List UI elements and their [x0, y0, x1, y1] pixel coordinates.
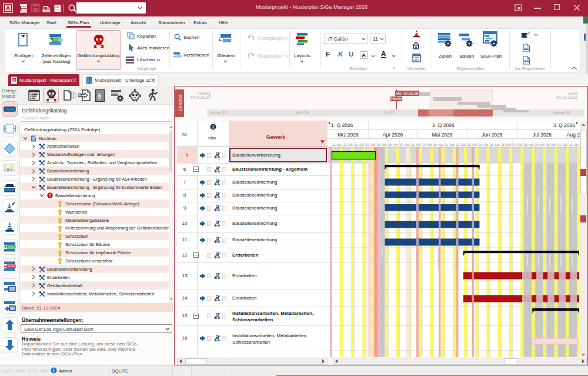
- svg-text:Apr 2026: Apr 2026: [383, 132, 403, 138]
- svg-text:2. Q 2026: 2. Q 2026: [432, 122, 455, 128]
- svg-text:3. Q 2026: 3. Q 2026: [553, 122, 576, 128]
- svg-text:19. KW: 19. KW: [422, 143, 432, 147]
- svg-text:26. KW: 26. KW: [501, 143, 511, 147]
- svg-text:23. KW: 23. KW: [467, 143, 477, 147]
- svg-text:28. KW: 28. KW: [524, 143, 534, 147]
- svg-text:PDF: PDF: [524, 60, 529, 62]
- svg-text:25. KW: 25. KW: [490, 143, 500, 147]
- svg-text:27. KW: 27. KW: [513, 143, 523, 147]
- svg-text:Aug 2026: Aug 2026: [567, 132, 580, 138]
- svg-text:32. KW: 32. KW: [569, 143, 579, 147]
- svg-text:Sommerferien: Sommerferien: [526, 196, 529, 212]
- svg-text:Sommerferien: Sommerferien: [559, 196, 562, 212]
- svg-text:15. KW: 15. KW: [377, 143, 387, 147]
- svg-text:14. KW: 14. KW: [366, 143, 376, 147]
- svg-text:Sommerferien: Sommerferien: [537, 196, 540, 212]
- svg-text:21. KW: 21. KW: [445, 143, 455, 147]
- svg-text:29. KW: 29. KW: [535, 143, 545, 147]
- svg-text:24. KW: 24. KW: [479, 143, 489, 147]
- svg-text:18. KW: 18. KW: [411, 143, 421, 147]
- svg-text:31. KW: 31. KW: [557, 143, 567, 147]
- svg-text:12. KW: 12. KW: [343, 143, 353, 147]
- svg-text:Maifeiertag: Maifeiertag: [416, 252, 419, 265]
- svg-text:1. Q 2026: 1. Q 2026: [331, 122, 353, 128]
- svg-text:22. KW: 22. KW: [456, 143, 466, 147]
- svg-text:Osterferien: Osterferien: [380, 244, 383, 257]
- svg-text:Pfingstmontag: Pfingstmontag: [455, 250, 458, 267]
- svg-text:11. KW: 11. KW: [332, 143, 342, 147]
- svg-text:R: R: [12, 78, 15, 82]
- svg-text:16. KW: 16. KW: [388, 143, 398, 147]
- svg-text:Mrz 2026: Mrz 2026: [338, 132, 359, 138]
- svg-text:17. KW: 17. KW: [400, 143, 410, 147]
- svg-text:Sommerferien: Sommerferien: [548, 196, 551, 212]
- svg-text:Jul 2026: Jul 2026: [533, 132, 552, 138]
- svg-text:30. KW: 30. KW: [546, 143, 556, 147]
- svg-text:PDF: PDF: [524, 48, 529, 50]
- svg-text:13. KW: 13. KW: [355, 143, 365, 147]
- svg-text:Christi Himmelfahrt: Christi Himmelfahrt: [437, 247, 440, 270]
- svg-text:Mai 2026: Mai 2026: [432, 132, 453, 138]
- svg-text:20. KW: 20. KW: [433, 143, 443, 147]
- svg-text:Jun 2026: Jun 2026: [482, 132, 503, 138]
- svg-text:Sommerferien: Sommerferien: [570, 196, 573, 212]
- svg-text:§: §: [98, 92, 102, 101]
